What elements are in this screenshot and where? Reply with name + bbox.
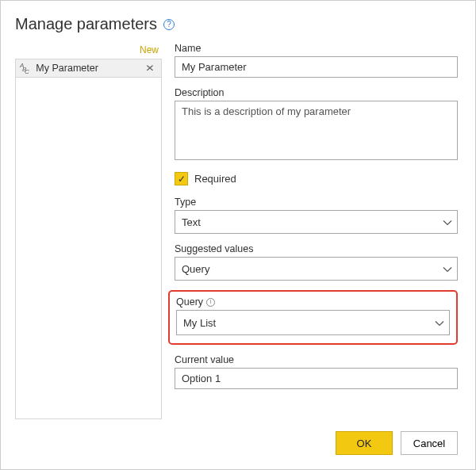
type-field: Type Text [175,197,458,234]
suggested-values-field: Suggested values Query [175,243,458,281]
name-label: Name [175,43,458,54]
checkmark-icon: ✓ [178,174,186,184]
dialog-content: New B My Parameter ✕ Name Description Th… [15,43,458,419]
query-highlight-box: Query i My List [168,290,458,345]
name-input[interactable] [175,56,458,78]
ok-button[interactable]: OK [336,431,393,455]
chevron-down-icon [435,319,443,327]
query-value: My List [183,317,216,329]
suggested-values-label: Suggested values [175,243,458,254]
dialog-footer: OK Cancel [336,431,458,455]
parameter-form: Name Description This is a description o… [175,43,458,419]
current-value-label: Current value [175,354,458,365]
parameter-item-name: My Parameter [31,63,144,74]
description-field: Description This is a description of my … [175,87,458,162]
suggested-values-select[interactable]: Query [175,257,458,281]
description-label: Description [175,87,458,98]
required-field[interactable]: ✓ Required [175,172,458,185]
query-label: Query i [176,296,450,308]
type-label: Type [175,197,458,208]
description-input[interactable]: This is a description of my parameter [175,101,458,160]
new-parameter-link[interactable]: New [15,43,162,59]
required-label: Required [194,173,236,185]
query-select[interactable]: My List [176,310,450,335]
parameter-list-item[interactable]: B My Parameter ✕ [16,59,161,78]
chevron-down-icon [443,218,451,226]
help-icon[interactable]: ? [163,19,175,30]
cancel-button[interactable]: Cancel [401,431,458,455]
dialog-header: Manage parameters ? [15,15,458,33]
text-type-icon: B [21,64,28,73]
type-select[interactable]: Text [175,210,458,234]
name-field: Name [175,43,458,78]
current-value-field: Current value [175,354,458,389]
required-checkbox[interactable]: ✓ [175,172,188,185]
dialog-title: Manage parameters [15,15,157,33]
parameter-sidebar: New B My Parameter ✕ [15,43,162,419]
info-icon[interactable]: i [206,298,215,307]
current-value-input[interactable] [175,368,458,389]
parameter-list: B My Parameter ✕ [15,59,162,419]
suggested-values-value: Query [182,263,209,275]
chevron-down-icon [443,265,451,273]
remove-parameter-icon[interactable]: ✕ [144,63,156,73]
type-value: Text [182,216,201,228]
